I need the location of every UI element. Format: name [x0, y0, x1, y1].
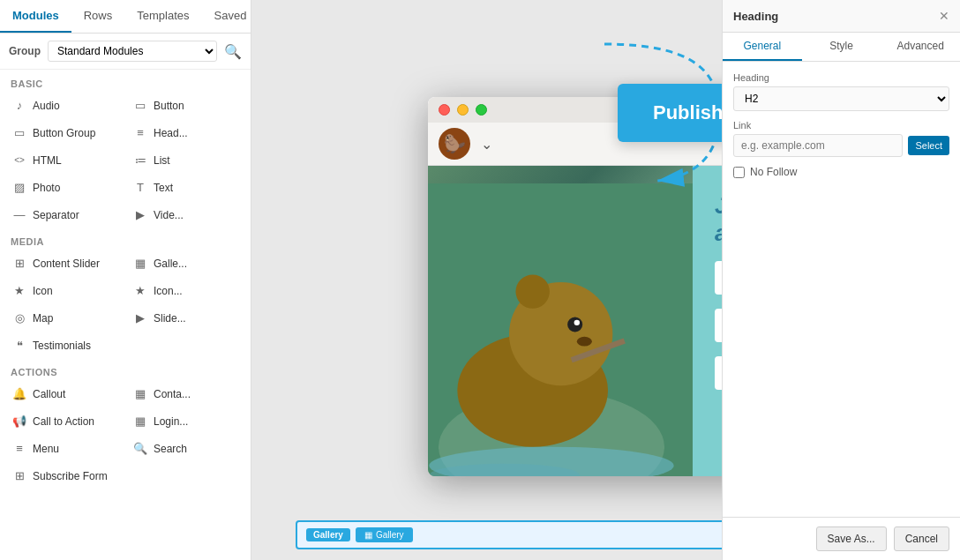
module-menu[interactable]: ≡Menu	[5, 436, 124, 461]
save-as-button[interactable]: Save As...	[816, 526, 887, 551]
no-follow-row: No Follow	[733, 166, 949, 178]
module-photo[interactable]: ▨Photo	[5, 175, 124, 200]
module-subscribe-form[interactable]: ⊞Subscribe Form	[5, 463, 245, 489]
settings-close-icon[interactable]: ✕	[939, 9, 949, 23]
module-button-group[interactable]: ▭Button Group	[5, 120, 124, 146]
module-list[interactable]: ≔List	[126, 147, 245, 173]
search-icon[interactable]: 🔍	[224, 43, 242, 60]
subscribe-icon: ⊞	[12, 469, 26, 482]
module-tabs: Modules Rows Templates Saved	[0, 0, 251, 34]
module-icon[interactable]: ★Icon	[5, 278, 124, 303]
module-testimonials[interactable]: ❝Testimonials	[5, 332, 245, 358]
modal-heading: Just a few more logsand we'll be ready..…	[715, 192, 722, 247]
modal-body: Just a few more logsand we'll be ready..…	[428, 166, 722, 476]
link-input[interactable]	[733, 134, 903, 157]
module-call-to-action[interactable]: 📢Call to Action	[5, 408, 124, 434]
settings-tab-style[interactable]: Style	[802, 33, 881, 61]
list-icon: ≔	[133, 153, 147, 167]
left-panel: Modules Rows Templates Saved Group Stand…	[0, 0, 251, 560]
tab-rows[interactable]: Rows	[71, 0, 125, 33]
heading-type-select[interactable]: H2 H1 H3 H4	[733, 86, 949, 111]
module-separator[interactable]: —Separator	[5, 202, 124, 228]
gallery-strip: Gallery ▦ Gallery	[296, 520, 722, 549]
modal-beaver-image	[428, 166, 693, 476]
gallery-btn-icon: ▦	[364, 530, 372, 540]
svg-point-7	[574, 320, 580, 325]
module-button[interactable]: ▭Button	[126, 93, 245, 118]
chevron-down-icon[interactable]: ⌄	[481, 136, 492, 153]
module-search[interactable]: 🔍Search	[126, 436, 245, 461]
module-text[interactable]: TText	[126, 175, 245, 200]
separator-icon: —	[12, 208, 26, 221]
cta-icon: 📢	[12, 414, 26, 428]
actions-modules-grid: 🔔Callout ▦Conta... 📢Call to Action ▦Logi…	[5, 381, 245, 489]
icon-icon: ★	[12, 284, 26, 297]
button-icon: ▭	[133, 99, 147, 112]
link-field-label: Link	[733, 120, 949, 131]
settings-tab-advanced[interactable]: Advanced	[881, 33, 960, 61]
svg-point-5	[515, 274, 549, 308]
heading-icon: ≡	[133, 126, 147, 139]
modal-action-input[interactable]	[715, 356, 722, 390]
no-follow-label: No Follow	[750, 166, 797, 178]
settings-footer: Save As... Cancel	[723, 517, 960, 560]
heading-field-label: Heading	[733, 72, 949, 83]
settings-header: Heading ✕	[723, 0, 960, 33]
cancel-button[interactable]: Cancel	[894, 526, 949, 551]
tab-modules[interactable]: Modules	[0, 0, 71, 33]
modal-email-input[interactable]	[715, 261, 722, 295]
section-header-actions: Actions	[5, 358, 245, 381]
contact-icon: ▦	[133, 387, 147, 400]
section-header-basic: Basic	[5, 70, 245, 93]
modal-action-row	[715, 356, 722, 390]
module-map[interactable]: ◎Map	[5, 305, 124, 331]
no-follow-checkbox[interactable]	[733, 167, 745, 178]
settings-content: Heading H2 H1 H3 H4 Link Select No Follo…	[723, 62, 960, 517]
group-row: Group Standard Modules 🔍	[0, 34, 251, 70]
publish-button[interactable]: Publish	[618, 84, 722, 142]
callout-icon: 🔔	[12, 387, 26, 400]
modal-right-content: Just a few more logsand we'll be ready..…	[693, 166, 722, 476]
settings-tab-general[interactable]: General	[723, 33, 802, 61]
modal-field-1[interactable]	[715, 309, 722, 342]
module-login[interactable]: ▦Login...	[126, 408, 245, 434]
gallery-section-label: Gallery	[306, 528, 350, 541]
slider-icon: ⊞	[12, 257, 26, 270]
canvas-area: Publish 🦫 ⌄ 🔔 ☰ + Done	[251, 0, 722, 560]
module-icon2[interactable]: ★Icon...	[126, 278, 245, 303]
module-video[interactable]: ▶Vide...	[126, 202, 245, 228]
module-slideshow[interactable]: ▶Slide...	[126, 305, 245, 331]
text-icon: T	[133, 181, 147, 194]
tab-templates[interactable]: Templates	[124, 0, 201, 33]
section-header-media: Media	[5, 228, 245, 250]
settings-panel: Heading ✕ General Style Advanced Heading…	[722, 0, 960, 560]
close-button[interactable]	[439, 104, 450, 116]
module-html[interactable]: <>HTML	[5, 147, 124, 173]
media-modules-grid: ⊞Content Slider ▦Galle... ★Icon ★Icon...…	[5, 250, 245, 358]
module-callout[interactable]: 🔔Callout	[5, 381, 124, 407]
group-select[interactable]: Standard Modules	[48, 41, 217, 62]
group-label: Group	[9, 45, 41, 57]
modules-list: Basic ♪Audio ▭Button ▭Button Group ≡Head…	[0, 70, 251, 560]
module-audio[interactable]: ♪Audio	[5, 93, 124, 118]
photo-icon: ▨	[12, 181, 26, 194]
minimize-button[interactable]	[457, 104, 469, 116]
module-content-slider[interactable]: ⊞Content Slider	[5, 250, 124, 276]
basic-modules-grid: ♪Audio ▭Button ▭Button Group ≡Head... <>…	[5, 93, 245, 228]
module-heading[interactable]: ≡Head...	[126, 120, 245, 146]
map-icon: ◎	[12, 311, 26, 325]
right-panel: Publish 🦫 ⌄ 🔔 ☰ + Done	[251, 0, 960, 560]
icon2-icon: ★	[133, 284, 147, 297]
gallery-button[interactable]: ▦ Gallery	[356, 527, 413, 542]
gallery-strip-inner: Gallery ▦ Gallery	[296, 520, 722, 549]
maximize-button[interactable]	[476, 104, 487, 116]
module-gallery[interactable]: ▦Galle...	[126, 250, 245, 276]
html-icon: <>	[12, 155, 26, 165]
testimonials-icon: ❝	[12, 339, 26, 352]
settings-title: Heading	[733, 10, 778, 23]
search2-icon: 🔍	[133, 442, 147, 455]
tab-saved[interactable]: Saved	[202, 0, 259, 33]
app-logo: 🦫	[439, 128, 470, 160]
select-button[interactable]: Select	[908, 136, 949, 155]
module-contact[interactable]: ▦Conta...	[126, 381, 245, 407]
